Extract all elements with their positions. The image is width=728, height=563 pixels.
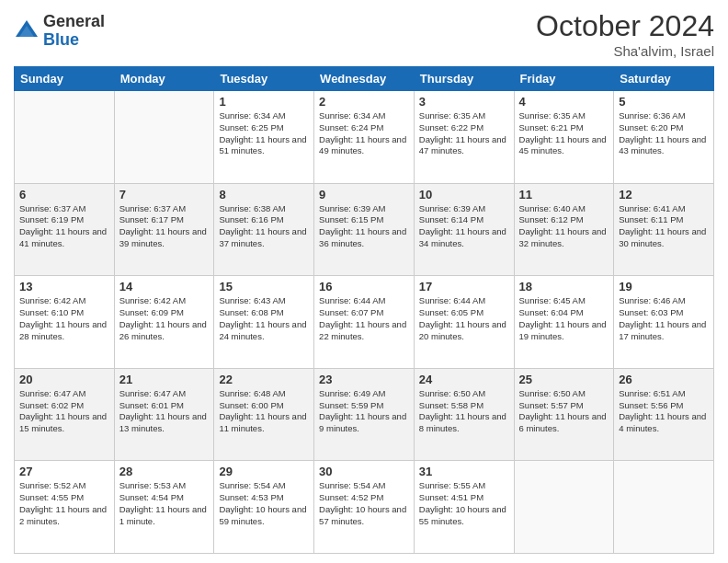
day-number: 21	[119, 373, 210, 386]
calendar-day-cell: 9Sunrise: 6:39 AM Sunset: 6:15 PM Daylig…	[314, 183, 415, 276]
calendar-day-cell: 16Sunrise: 6:44 AM Sunset: 6:07 PM Dayli…	[314, 276, 415, 369]
calendar-table: SundayMondayTuesdayWednesdayThursdayFrid…	[14, 66, 714, 554]
day-number: 30	[319, 465, 409, 478]
calendar-day-cell	[15, 91, 115, 184]
day-info: Sunrise: 6:38 AM Sunset: 6:16 PM Dayligh…	[219, 203, 309, 250]
day-number: 23	[319, 373, 409, 386]
day-number: 17	[419, 280, 509, 293]
day-info: Sunrise: 6:47 AM Sunset: 6:01 PM Dayligh…	[119, 388, 210, 435]
day-number: 11	[519, 188, 609, 201]
page: General Blue October 2024 Sha'alvim, Isr…	[0, 0, 728, 563]
calendar-day-cell: 8Sunrise: 6:38 AM Sunset: 6:16 PM Daylig…	[214, 183, 314, 276]
day-number: 26	[619, 373, 709, 386]
calendar-day-cell: 3Sunrise: 6:35 AM Sunset: 6:22 PM Daylig…	[414, 91, 514, 184]
day-info: Sunrise: 6:39 AM Sunset: 6:14 PM Dayligh…	[419, 203, 509, 250]
calendar-week-row: 20Sunrise: 6:47 AM Sunset: 6:02 PM Dayli…	[15, 368, 714, 461]
location: Sha'alvim, Israel	[536, 43, 714, 59]
day-number: 28	[119, 465, 210, 478]
day-number: 10	[419, 188, 509, 201]
day-info: Sunrise: 6:48 AM Sunset: 6:00 PM Dayligh…	[219, 388, 309, 435]
day-info: Sunrise: 6:44 AM Sunset: 6:07 PM Dayligh…	[319, 295, 409, 342]
calendar-day-cell: 20Sunrise: 6:47 AM Sunset: 6:02 PM Dayli…	[15, 368, 115, 461]
day-number: 24	[419, 373, 509, 386]
day-number: 9	[319, 188, 409, 201]
day-info: Sunrise: 6:47 AM Sunset: 6:02 PM Dayligh…	[19, 388, 109, 435]
day-info: Sunrise: 6:50 AM Sunset: 5:57 PM Dayligh…	[519, 388, 609, 435]
day-info: Sunrise: 6:49 AM Sunset: 5:59 PM Dayligh…	[319, 388, 409, 435]
day-number: 22	[219, 373, 309, 386]
calendar-day-cell: 18Sunrise: 6:45 AM Sunset: 6:04 PM Dayli…	[514, 276, 614, 369]
calendar-day-cell: 31Sunrise: 5:55 AM Sunset: 4:51 PM Dayli…	[414, 461, 514, 554]
logo-blue-text: Blue	[43, 31, 105, 50]
calendar-day-cell: 17Sunrise: 6:44 AM Sunset: 6:05 PM Dayli…	[414, 276, 514, 369]
calendar-week-row: 13Sunrise: 6:42 AM Sunset: 6:10 PM Dayli…	[15, 276, 714, 369]
calendar-day-cell: 30Sunrise: 5:54 AM Sunset: 4:52 PM Dayli…	[314, 461, 415, 554]
day-info: Sunrise: 6:51 AM Sunset: 5:56 PM Dayligh…	[619, 388, 709, 435]
day-info: Sunrise: 6:40 AM Sunset: 6:12 PM Dayligh…	[519, 203, 609, 250]
day-number: 6	[19, 188, 109, 201]
day-number: 8	[219, 188, 309, 201]
calendar-day-cell: 5Sunrise: 6:36 AM Sunset: 6:20 PM Daylig…	[614, 91, 714, 184]
day-info: Sunrise: 6:45 AM Sunset: 6:04 PM Dayligh…	[519, 295, 609, 342]
calendar-week-row: 6Sunrise: 6:37 AM Sunset: 6:19 PM Daylig…	[15, 183, 714, 276]
calendar-day-cell: 13Sunrise: 6:42 AM Sunset: 6:10 PM Dayli…	[15, 276, 115, 369]
day-number: 3	[419, 95, 509, 109]
day-info: Sunrise: 6:34 AM Sunset: 6:25 PM Dayligh…	[219, 110, 309, 157]
day-info: Sunrise: 6:36 AM Sunset: 6:20 PM Dayligh…	[619, 110, 709, 157]
calendar-day-cell: 7Sunrise: 6:37 AM Sunset: 6:17 PM Daylig…	[114, 183, 214, 276]
day-info: Sunrise: 6:50 AM Sunset: 5:58 PM Dayligh…	[419, 388, 509, 435]
day-info: Sunrise: 5:54 AM Sunset: 4:52 PM Dayligh…	[319, 480, 409, 527]
day-number: 2	[319, 95, 409, 109]
day-number: 16	[319, 280, 409, 293]
day-number: 20	[19, 373, 109, 386]
month-title: October 2024	[536, 9, 714, 43]
day-info: Sunrise: 6:39 AM Sunset: 6:15 PM Dayligh…	[319, 203, 409, 250]
calendar-day-cell: 4Sunrise: 6:35 AM Sunset: 6:21 PM Daylig…	[514, 91, 614, 184]
day-number: 13	[19, 280, 109, 293]
day-info: Sunrise: 6:34 AM Sunset: 6:24 PM Dayligh…	[319, 110, 409, 157]
calendar-day-cell	[614, 461, 714, 554]
day-info: Sunrise: 5:55 AM Sunset: 4:51 PM Dayligh…	[419, 480, 509, 527]
calendar-day-cell: 15Sunrise: 6:43 AM Sunset: 6:08 PM Dayli…	[214, 276, 314, 369]
calendar-day-cell: 14Sunrise: 6:42 AM Sunset: 6:09 PM Dayli…	[114, 276, 214, 369]
day-info: Sunrise: 6:35 AM Sunset: 6:22 PM Dayligh…	[419, 110, 509, 157]
calendar-day-cell: 26Sunrise: 6:51 AM Sunset: 5:56 PM Dayli…	[614, 368, 714, 461]
calendar-week-row: 27Sunrise: 5:52 AM Sunset: 4:55 PM Dayli…	[15, 461, 714, 554]
calendar-day-cell: 10Sunrise: 6:39 AM Sunset: 6:14 PM Dayli…	[414, 183, 514, 276]
day-info: Sunrise: 6:41 AM Sunset: 6:11 PM Dayligh…	[619, 203, 709, 250]
day-number: 31	[419, 465, 509, 478]
calendar-day-cell: 28Sunrise: 5:53 AM Sunset: 4:54 PM Dayli…	[114, 461, 214, 554]
calendar-header-row: SundayMondayTuesdayWednesdayThursdayFrid…	[15, 67, 714, 91]
day-info: Sunrise: 6:42 AM Sunset: 6:09 PM Dayligh…	[119, 295, 210, 342]
day-number: 29	[219, 465, 309, 478]
title-area: October 2024 Sha'alvim, Israel	[536, 9, 714, 59]
calendar-day-cell: 22Sunrise: 6:48 AM Sunset: 6:00 PM Dayli…	[214, 368, 314, 461]
day-info: Sunrise: 6:44 AM Sunset: 6:05 PM Dayligh…	[419, 295, 509, 342]
day-info: Sunrise: 5:54 AM Sunset: 4:53 PM Dayligh…	[219, 480, 309, 527]
calendar-day-cell: 6Sunrise: 6:37 AM Sunset: 6:19 PM Daylig…	[15, 183, 115, 276]
day-number: 19	[619, 280, 709, 293]
calendar-day-cell: 29Sunrise: 5:54 AM Sunset: 4:53 PM Dayli…	[214, 461, 314, 554]
day-info: Sunrise: 6:42 AM Sunset: 6:10 PM Dayligh…	[19, 295, 109, 342]
calendar-day-header: Thursday	[414, 67, 514, 91]
day-number: 1	[219, 95, 309, 109]
logo-general-text: General	[43, 13, 105, 31]
calendar-day-cell: 11Sunrise: 6:40 AM Sunset: 6:12 PM Dayli…	[514, 183, 614, 276]
day-number: 5	[619, 95, 709, 109]
header: General Blue October 2024 Sha'alvim, Isr…	[14, 9, 714, 59]
day-info: Sunrise: 6:37 AM Sunset: 6:19 PM Dayligh…	[19, 203, 109, 250]
day-number: 7	[119, 188, 210, 201]
calendar-day-cell	[514, 461, 614, 554]
logo-icon	[14, 18, 40, 44]
calendar-week-row: 1Sunrise: 6:34 AM Sunset: 6:25 PM Daylig…	[15, 91, 714, 184]
day-info: Sunrise: 6:46 AM Sunset: 6:03 PM Dayligh…	[619, 295, 709, 342]
day-info: Sunrise: 6:37 AM Sunset: 6:17 PM Dayligh…	[119, 203, 210, 250]
day-number: 12	[619, 188, 709, 201]
calendar-day-header: Wednesday	[314, 67, 415, 91]
calendar-day-header: Tuesday	[214, 67, 314, 91]
calendar-day-cell: 1Sunrise: 6:34 AM Sunset: 6:25 PM Daylig…	[214, 91, 314, 184]
calendar-day-cell: 2Sunrise: 6:34 AM Sunset: 6:24 PM Daylig…	[314, 91, 415, 184]
day-number: 4	[519, 95, 609, 109]
logo: General Blue	[14, 13, 105, 50]
calendar-day-cell: 19Sunrise: 6:46 AM Sunset: 6:03 PM Dayli…	[614, 276, 714, 369]
